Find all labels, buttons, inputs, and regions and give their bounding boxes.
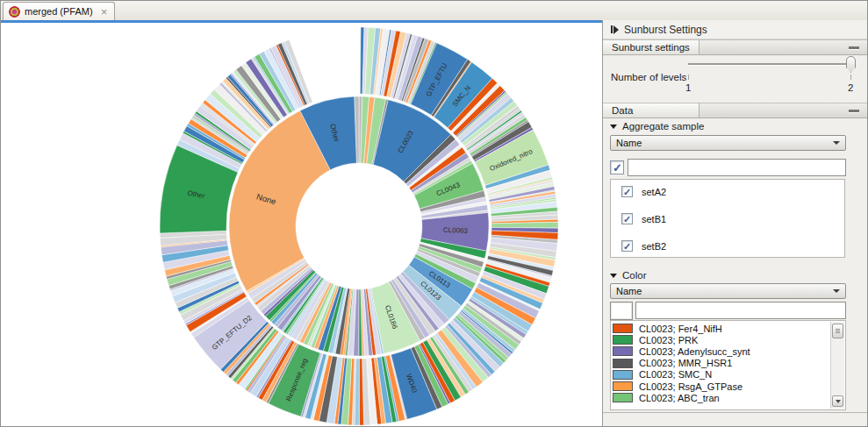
color-legend-row[interactable]: CL0023; MMR_HSR1	[613, 358, 732, 369]
sample-label: setA2	[642, 187, 666, 197]
sunburst-settings-panel-title: Sunburst settings	[603, 40, 699, 54]
legend-label: CL0023; ABC_tran	[639, 393, 720, 403]
color-legend-row[interactable]: CL0023; SMC_N	[613, 369, 712, 381]
panel-collapse-icon	[611, 25, 619, 34]
sample-label: setB1	[642, 214, 666, 224]
side-panel: Sunburst Settings Sunburst settings Numb…	[602, 20, 867, 426]
legend-label: CL0023; Fer4_NifH	[639, 324, 722, 334]
sample-row[interactable]: setB2	[621, 240, 666, 252]
color-list-scrollbar[interactable]	[830, 322, 844, 409]
slider-tick-min	[688, 75, 689, 80]
color-name-dropdown[interactable]: Name	[610, 283, 846, 299]
sunburst-segment-label: CL0063	[443, 226, 469, 235]
aggregate-section-label: Aggregate sample	[622, 121, 704, 132]
sample-filter-input[interactable]	[628, 159, 846, 176]
legend-color-swatch	[613, 346, 633, 356]
legend-label: CL0023; PRK	[639, 335, 698, 345]
sample-checkbox[interactable]	[621, 240, 633, 252]
legend-color-swatch	[613, 324, 633, 333]
minimize-sunburst-settings-button[interactable]	[849, 46, 859, 49]
color-legend-row[interactable]: CL0023; ABC_tran	[613, 392, 720, 403]
color-legend-row[interactable]: CL0023; Adenylsucc_synt	[613, 345, 750, 357]
color-filter-input[interactable]	[635, 302, 846, 319]
legend-color-swatch	[613, 359, 633, 368]
minimize-data-button[interactable]	[849, 110, 859, 112]
side-panel-header[interactable]: Sunburst Settings	[603, 20, 867, 39]
sample-filter-checkbox[interactable]	[610, 160, 624, 174]
chevron-down-icon	[833, 289, 840, 293]
sunburst-settings-panel-header: Sunburst settings	[603, 39, 867, 55]
sunburst-canvas: CL0023CL0043CL0063CL0113CL0123CL0186None…	[1, 23, 602, 426]
color-dropdown-value: Name	[616, 286, 642, 296]
app-window: merged (PFAM) × CL0023CL0043CL0063CL0113…	[0, 0, 868, 427]
slider-min-label: 1	[685, 82, 691, 93]
legend-label: CL0023; SMC_N	[639, 369, 712, 380]
slider-max-label: 2	[848, 82, 853, 93]
triangle-down-icon	[610, 125, 617, 129]
sample-row[interactable]: setB1	[621, 213, 666, 224]
legend-color-swatch	[613, 370, 633, 380]
arrow-down-icon	[836, 400, 841, 403]
sample-row[interactable]: setA2	[621, 186, 666, 197]
data-panel-title: Data	[603, 103, 699, 117]
color-legend-row[interactable]: CL0023; Fer4_NifH	[613, 323, 722, 334]
aggregate-dropdown-value: Name	[616, 138, 642, 148]
tab-close-icon[interactable]: ×	[101, 7, 108, 17]
legend-color-swatch	[613, 381, 633, 391]
color-legend-row[interactable]: CL0023; RsgA_GTPase	[613, 381, 742, 392]
sample-checkbox[interactable]	[621, 213, 633, 224]
levels-slider-track[interactable]	[688, 63, 851, 65]
legend-label: CL0023; MMR_HSR1	[639, 358, 732, 368]
tab-bar: merged (PFAM) ×	[1, 1, 867, 20]
sample-label: setB2	[642, 241, 666, 252]
slider-tick-max	[850, 75, 851, 80]
sample-list[interactable]: setA2setB1setB2	[610, 179, 845, 258]
sunburst-doc-icon	[9, 6, 20, 18]
side-panel-title: Sunburst Settings	[624, 24, 707, 36]
scroll-down-button[interactable]	[832, 395, 843, 407]
triangle-down-icon	[610, 274, 617, 278]
legend-color-swatch	[613, 335, 633, 345]
levels-slider-thumb[interactable]	[846, 56, 856, 73]
sample-checkbox[interactable]	[621, 186, 633, 197]
color-section-label: Color	[622, 270, 646, 281]
data-panel-header: Data	[603, 103, 867, 118]
color-list[interactable]: CL0023; ABC_tranCL0023; RsgA_GTPaseCL002…	[610, 320, 846, 410]
aggregate-name-dropdown[interactable]: Name	[610, 135, 846, 151]
legend-label: CL0023; Adenylsucc_synt	[639, 346, 750, 357]
legend-color-swatch	[613, 393, 633, 402]
tab-merged-pfam[interactable]: merged (PFAM) ×	[3, 2, 115, 20]
color-legend-row[interactable]: CL0023; PRK	[613, 334, 698, 345]
legend-label: CL0023; RsgA_GTPase	[639, 381, 742, 392]
panel-bottom-divider	[603, 412, 867, 413]
chevron-down-icon	[833, 141, 840, 145]
aggregate-section-toggle[interactable]: Aggregate sample	[610, 121, 704, 132]
color-section-toggle[interactable]: Color	[610, 270, 646, 281]
color-swatch-button[interactable]	[610, 302, 633, 320]
number-of-levels-label: Number of levels	[611, 72, 686, 82]
tab-title: merged (PFAM)	[25, 6, 93, 17]
scrollbar-thumb[interactable]	[832, 324, 843, 338]
sunburst-chart[interactable]: CL0023CL0043CL0063CL0113CL0123CL0186None…	[1, 23, 602, 426]
